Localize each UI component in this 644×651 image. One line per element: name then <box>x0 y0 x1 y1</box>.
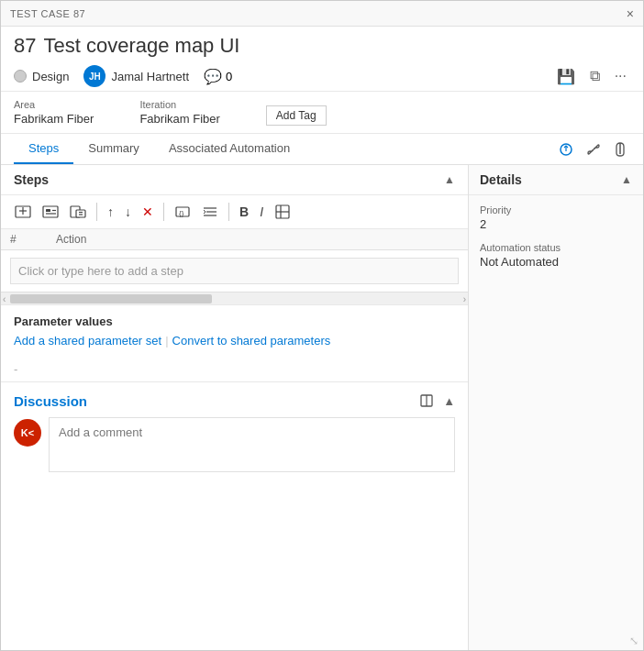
add-shared-step-icon <box>42 204 59 220</box>
more-button[interactable]: ··· <box>611 66 630 86</box>
resize-icon <box>274 204 291 220</box>
steps-collapse-btn[interactable]: ▲ <box>444 173 455 186</box>
tab-associated-automation[interactable]: Associated Automation <box>154 134 305 164</box>
main-window: TEST CASE 87 × 87 Test coverage map UI D… <box>0 0 644 651</box>
move-down-icon: ↓ <box>125 204 131 219</box>
comment-badge[interactable]: 💬 0 <box>204 68 232 85</box>
steps-toolbar: ↑ ↓ ✕ {} <box>1 195 468 229</box>
priority-item: Priority 2 <box>480 204 632 231</box>
add-shared-param-link[interactable]: Add a shared parameter set <box>14 334 161 348</box>
close-button[interactable]: × <box>627 7 634 20</box>
comment-avatar: K< <box>14 419 41 447</box>
refresh-button[interactable] <box>555 140 577 159</box>
step-add-row[interactable]: Click or type here to add a step <box>1 250 468 292</box>
horizontal-scrollbar[interactable]: › ‹ <box>1 292 468 304</box>
create-shared-step-icon <box>70 204 86 220</box>
insert-btn[interactable]: {} <box>170 201 195 223</box>
comment-icon: 💬 <box>204 68 222 85</box>
svg-text:{}: {} <box>179 209 184 217</box>
create-shared-step-btn[interactable] <box>65 201 91 223</box>
priority-label: Priority <box>480 204 632 215</box>
move-up-btn[interactable]: ↑ <box>103 202 118 222</box>
copy-button[interactable]: ⧉ <box>586 66 604 86</box>
tab-summary[interactable]: Summary <box>73 134 154 164</box>
test-case-title-row: 87 Test coverage map UI <box>14 34 630 58</box>
iteration-group: Iteration Fabrikam Fiber <box>139 99 219 126</box>
automation-status-item: Automation status Not Automated <box>480 242 632 269</box>
comment-avatar-initials: K< <box>21 427 34 438</box>
parameter-title: Parameter values <box>14 314 455 328</box>
svg-rect-7 <box>46 209 50 212</box>
convert-shared-param-link[interactable]: Convert to shared parameters <box>172 334 331 348</box>
scrollbar-thumb[interactable] <box>10 294 212 303</box>
bold-btn[interactable]: B <box>235 202 253 222</box>
attach-icon <box>614 141 627 158</box>
svg-rect-11 <box>76 210 85 217</box>
move-up-icon: ↑ <box>107 204 114 219</box>
comment-count: 0 <box>226 70 232 83</box>
separator-3 <box>228 203 229 221</box>
details-title: Details <box>480 172 522 187</box>
attach-button[interactable] <box>610 139 630 160</box>
steps-section-header: Steps ▲ <box>1 165 468 195</box>
header: 87 Test coverage map UI Design JH Jamal … <box>1 27 643 92</box>
assignee-container[interactable]: JH Jamal Hartnett <box>83 65 189 87</box>
tabs-bar: Steps Summary Associated Automation <box>1 134 643 165</box>
steps-title: Steps <box>14 172 49 187</box>
add-shared-step-btn[interactable] <box>38 201 63 223</box>
avatar: JH <box>83 65 105 87</box>
add-tag-button[interactable]: Add Tag <box>266 105 327 126</box>
expand-discussion-btn[interactable] <box>416 392 438 410</box>
delete-btn[interactable]: ✕ <box>138 202 158 222</box>
discussion-title: Discussion <box>14 393 87 409</box>
tab-actions <box>555 139 630 160</box>
add-step-btn[interactable] <box>10 201 36 223</box>
details-body: Priority 2 Automation status Not Automat… <box>469 195 643 289</box>
move-down-btn[interactable]: ↓ <box>120 202 136 222</box>
scroll-right-arrow[interactable]: › <box>463 294 466 304</box>
step-add-input[interactable]: Click or type here to add a step <box>10 258 459 284</box>
iteration-value: Fabrikam Fiber <box>139 112 219 126</box>
details-header: Details ▲ <box>469 165 643 195</box>
resize-handle[interactable]: ⤡ <box>629 634 638 647</box>
indent-btn[interactable] <box>197 201 223 223</box>
test-case-number: 87 <box>14 34 36 58</box>
collapse-discussion-btn[interactable]: ▲ <box>443 394 455 408</box>
area-group: Area Fabrikam Fiber <box>14 99 94 126</box>
status-badge[interactable]: Design <box>14 70 69 83</box>
title-bar-label: TEST CASE 87 <box>10 8 85 19</box>
indent-icon <box>202 204 218 220</box>
save-button[interactable]: 💾 <box>553 66 579 87</box>
header-actions: 💾 ⧉ ··· <box>553 66 630 87</box>
comment-input[interactable] <box>49 417 455 472</box>
link-button[interactable] <box>583 140 605 159</box>
automation-status-value: Not Automated <box>480 255 632 269</box>
discussion-actions: ▲ <box>416 392 455 410</box>
priority-value: 2 <box>480 217 632 231</box>
delete-icon: ✕ <box>142 204 153 219</box>
resize-btn[interactable] <box>270 201 295 223</box>
details-collapse-btn[interactable]: ▲ <box>621 173 632 186</box>
automation-status-label: Automation status <box>480 242 632 253</box>
area-label: Area <box>14 99 94 110</box>
discussion-header: Discussion ▲ <box>14 392 455 410</box>
discussion-section: Discussion ▲ K< <box>1 381 468 480</box>
bold-icon: B <box>239 204 249 219</box>
col-action: Action <box>56 233 294 246</box>
italic-btn[interactable]: I <box>255 202 268 222</box>
param-separator: | <box>165 334 168 348</box>
svg-rect-6 <box>43 206 58 217</box>
scroll-left-arrow[interactable]: ‹ <box>3 294 6 304</box>
status-dot <box>14 70 27 83</box>
tab-steps[interactable]: Steps <box>14 134 73 164</box>
svg-line-1 <box>592 148 595 151</box>
insert-icon: {} <box>174 204 191 220</box>
parameter-links: Add a shared parameter set | Convert to … <box>14 334 455 348</box>
separator-1 <box>96 203 97 221</box>
col-num: # <box>10 233 56 246</box>
expand-icon <box>419 393 434 408</box>
content-area: Steps ▲ <box>1 165 643 650</box>
assignee-name: Jamal Hartnett <box>111 70 189 83</box>
separator-2 <box>163 203 164 221</box>
steps-table-header: # Action <box>1 229 468 250</box>
